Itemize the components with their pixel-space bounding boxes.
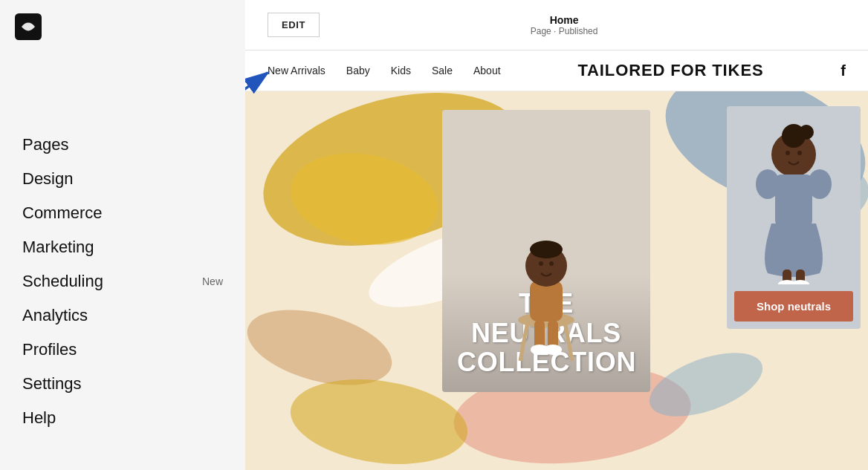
svg-point-17 (530, 241, 563, 258)
topbar: EDIT Home Page · Published (245, 0, 868, 50)
nav-link-baby[interactable]: Baby (346, 65, 370, 76)
sidebar-navigation: PagesDesignCommerceMarketingSchedulingNe… (0, 113, 245, 435)
svg-point-26 (797, 151, 802, 155)
website-nav-links: New Arrivals Baby Kids Sale About (268, 65, 501, 76)
edit-button[interactable]: EDIT (268, 13, 320, 37)
child-on-stool-illustration (487, 184, 606, 362)
nav-link-sale[interactable]: Sale (432, 65, 453, 76)
sidebar-item-label: Profiles (22, 340, 77, 359)
sidebar-item-analytics[interactable]: Analytics (0, 298, 245, 333)
page-title: Home (320, 14, 809, 26)
child-in-dress-illustration (738, 114, 849, 284)
sidebar-item-commerce[interactable]: Commerce (0, 196, 245, 230)
nav-link-kids[interactable]: Kids (391, 65, 411, 76)
sidebar-item-label: Design (22, 169, 73, 189)
nav-link-new-arrivals[interactable]: New Arrivals (268, 65, 326, 76)
svg-rect-13 (530, 281, 563, 322)
svg-rect-27 (775, 174, 812, 226)
svg-point-24 (799, 125, 814, 140)
svg-line-10 (520, 322, 528, 361)
new-badge: New (202, 275, 223, 287)
svg-point-29 (808, 169, 832, 199)
svg-line-11 (565, 322, 572, 361)
sidebar: PagesDesignCommerceMarketingSchedulingNe… (0, 0, 245, 470)
shop-neutrals-button[interactable]: Shop neutrals (734, 291, 853, 322)
svg-point-15 (539, 261, 543, 266)
sidebar-item-label: Commerce (22, 203, 103, 223)
facebook-icon[interactable]: f (841, 62, 846, 79)
sidebar-item-profiles[interactable]: Profiles (0, 333, 245, 367)
sidebar-item-label: Settings (22, 374, 82, 394)
svg-point-28 (756, 169, 780, 199)
website-preview: New Arrivals Baby Kids Sale About TAILOR… (245, 50, 868, 470)
sidebar-item-label: Help (22, 408, 56, 428)
squarespace-logo-icon (15, 13, 42, 40)
sidebar-item-label: Analytics (22, 306, 88, 325)
svg-point-21 (544, 345, 562, 355)
website-brand-name: TAILORED FOR TIKES (501, 61, 841, 80)
hero-card: THE NEUTRALS COLLECTION (442, 110, 650, 392)
page-info: Home Page · Published (320, 14, 809, 36)
sidebar-logo-area (0, 0, 245, 53)
side-card: Shop neutrals (727, 106, 861, 329)
website-nav: New Arrivals Baby Kids Sale About TAILOR… (245, 50, 868, 91)
preview-background: New Arrivals Baby Kids Sale About TAILOR… (245, 50, 868, 470)
svg-point-33 (791, 280, 809, 284)
svg-point-16 (549, 261, 554, 266)
sidebar-item-marketing[interactable]: Marketing (0, 230, 245, 264)
sidebar-item-label: Pages (22, 135, 68, 154)
page-status: Page · Published (320, 26, 809, 36)
svg-point-25 (786, 151, 790, 155)
sidebar-item-settings[interactable]: Settings (0, 367, 245, 401)
sidebar-item-help[interactable]: Help (0, 401, 245, 435)
sidebar-item-scheduling[interactable]: SchedulingNew (0, 264, 245, 298)
nav-link-about[interactable]: About (473, 65, 501, 76)
sidebar-item-design[interactable]: Design (0, 162, 245, 196)
sidebar-item-pages[interactable]: Pages (0, 128, 245, 162)
sidebar-item-label: Scheduling (22, 272, 103, 291)
sidebar-item-label: Marketing (22, 238, 94, 257)
main-content: EDIT Home Page · Published (245, 0, 868, 470)
